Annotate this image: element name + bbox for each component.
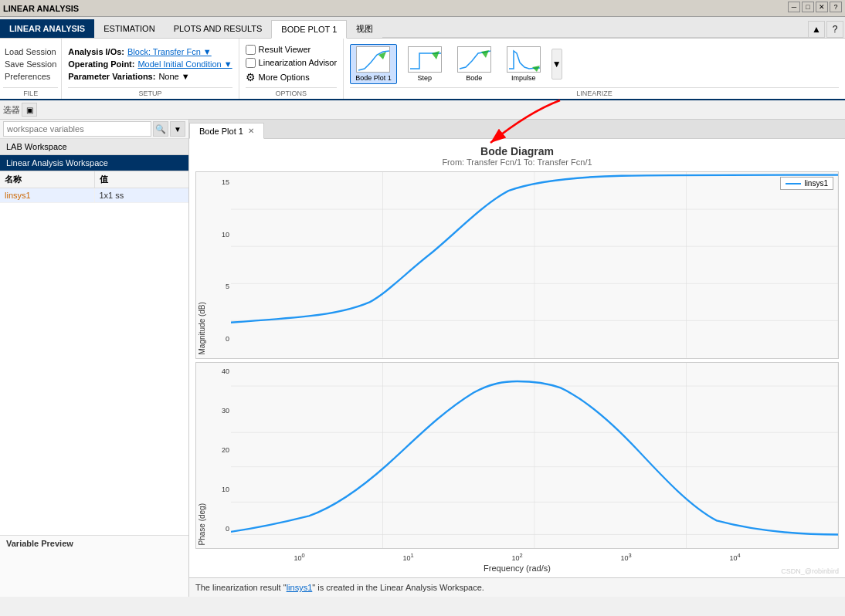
ribbon-tab-bar: LINEAR ANALYSIS ESTIMATION PLOTS AND RES… [0, 17, 845, 39]
linear-analysis-workspace-section[interactable]: Linear Analysis Workspace [0, 155, 188, 171]
bode-btn[interactable]: Bode [453, 45, 496, 83]
linearize-dropdown-btn[interactable]: ▼ [551, 49, 562, 80]
analysis-ios-row: Analysis I/Os: Block: Transfer Fcn ▼ [68, 47, 232, 56]
x-axis-ticks: 100 101 102 103 104 [195, 552, 839, 562]
file-group-label: FILE [3, 87, 58, 97]
ribbon-group-file: Load Session Save Session Preferences FI… [0, 39, 62, 99]
linearization-advisor-label: Linearization Advisor [259, 58, 338, 67]
linearization-advisor-checkbox-row[interactable]: Linearization Advisor [246, 58, 338, 68]
linsys1-link[interactable]: linsys1 [287, 583, 313, 592]
toggle-sidebar-btn[interactable]: ▣ [22, 103, 37, 117]
bode-plot-1-tab-close[interactable]: ✕ [248, 127, 254, 135]
setup-group-label: SETUP [68, 87, 232, 97]
svg-marker-2 [481, 50, 489, 58]
legend-label: linsys1 [804, 179, 828, 188]
bode-diagram-title: Bode Diagram [195, 145, 839, 157]
linearization-advisor-checkbox[interactable] [246, 58, 256, 68]
operating-point-value[interactable]: Model Initial Condition ▼ [137, 59, 232, 69]
save-session-btn[interactable]: Save Session [3, 59, 58, 69]
window-controls[interactable]: ─ □ ✕ ? [788, 2, 842, 12]
tab-bode-plot[interactable]: BODE PLOT 1 [271, 20, 347, 39]
sidebar-toolbar: 🔍 ▼ [0, 120, 188, 139]
tab-plots-results[interactable]: PLOTS AND RESULTS [165, 19, 272, 38]
row-name-cell: linsys1 [0, 188, 95, 202]
preferences-btn[interactable]: Preferences [3, 71, 58, 82]
step-btn[interactable]: Step [403, 45, 446, 83]
collapse-ribbon-btn[interactable]: ▲ [808, 21, 825, 38]
sidebar-menu-btn[interactable]: ▼ [170, 121, 185, 137]
magnitude-subplot: Magnitude (dB) 15 10 5 0 [195, 171, 839, 359]
help-btn[interactable]: ? [830, 2, 842, 12]
workspace-table-header: 名称 值 [0, 171, 188, 188]
more-options-btn[interactable]: ⚙ More Options [246, 71, 338, 83]
phase-subplot: Phase (deg) 40 30 20 10 0 [195, 362, 839, 550]
close-btn[interactable]: ✕ [816, 2, 828, 12]
operating-point-row: Operating Point: Model Initial Condition… [68, 59, 232, 69]
magnitude-y-label: Magnitude (dB) [196, 172, 208, 358]
main-layout: 🔍 ▼ LAB Workspace Linear Analysis Worksp… [0, 120, 845, 597]
row-value-cell: 1x1 ss [95, 188, 189, 202]
watermark: CSDN_@robinbird [781, 567, 839, 575]
search-icon-btn[interactable]: 🔍 [153, 121, 168, 137]
param-variations-label: Parameter Variations: [68, 72, 155, 81]
minimize-btn[interactable]: ─ [788, 2, 800, 12]
value-column-header: 值 [95, 171, 189, 188]
选器-label: 选器 [3, 104, 20, 116]
impulse-btn[interactable]: Impulse [502, 45, 545, 83]
workspace-table-body: linsys1 1x1 ss [0, 188, 188, 535]
ribbon-group-options: Result Viewer Linearization Advisor ⚙ Mo… [239, 39, 344, 99]
result-viewer-label: Result Viewer [259, 45, 311, 54]
app-toolbar: 选器 ▣ [0, 100, 845, 120]
help-ribbon-btn[interactable]: ? [826, 21, 843, 38]
options-group-label: OPTIONS [246, 87, 338, 97]
param-variations-value[interactable]: None ▼ [158, 72, 189, 81]
status-bar: The linearization result "linsys1" is cr… [189, 577, 845, 597]
bode-plot-1-tab[interactable]: Bode Plot 1 ✕ [189, 123, 264, 139]
sidebar: 🔍 ▼ LAB Workspace Linear Analysis Worksp… [0, 120, 189, 597]
lab-workspace-section[interactable]: LAB Workspace [0, 139, 188, 155]
workspace-search-input[interactable] [3, 121, 151, 137]
analysis-ios-label: Analysis I/Os: [68, 47, 124, 56]
tab-estimation[interactable]: ESTIMATION [94, 19, 164, 38]
result-viewer-checkbox-row[interactable]: Result Viewer [246, 45, 338, 55]
magnitude-legend: linsys1 [780, 177, 833, 190]
phase-y-label: Phase (deg) [196, 363, 208, 549]
operating-point-label: Operating Point: [68, 59, 134, 69]
load-session-btn[interactable]: Load Session [3, 46, 58, 57]
tab-view[interactable]: 视图 [347, 19, 382, 38]
svg-marker-1 [432, 51, 439, 59]
variable-preview-label: Variable Preview [6, 539, 182, 548]
bode-diagram-subtitle: From: Transfer Fcn/1 To: Transfer Fcn/1 [195, 157, 839, 167]
result-viewer-checkbox[interactable] [246, 45, 256, 55]
restore-btn[interactable]: □ [802, 2, 814, 12]
app-title: LINEAR ANALYSIS [3, 4, 79, 13]
ribbon-group-linearize: Bode Plot 1 Step [344, 39, 845, 99]
bode-plot-1-tab-label: Bode Plot 1 [199, 127, 243, 136]
ribbon-group-setup: Analysis I/Os: Block: Transfer Fcn ▼ Ope… [62, 39, 239, 99]
content-tab-bar: Bode Plot 1 ✕ [189, 120, 845, 139]
analysis-ios-value[interactable]: Block: Transfer Fcn ▼ [127, 47, 212, 56]
tab-linear-analysis[interactable]: LINEAR ANALYSIS [0, 19, 94, 38]
ribbon: Load Session Save Session Preferences FI… [0, 39, 845, 100]
table-row[interactable]: linsys1 1x1 ss [0, 188, 188, 203]
variable-preview-panel: Variable Preview [0, 535, 188, 597]
linearize-group-label: LINEARIZE [350, 87, 839, 97]
content-area: Bode Plot 1 ✕ Bode Diagram From: Transfe… [189, 120, 845, 597]
plot-area: Bode Diagram From: Transfer Fcn/1 To: Tr… [189, 139, 845, 577]
bode-plot-1-btn[interactable]: Bode Plot 1 [350, 44, 397, 84]
param-variations-row: Parameter Variations: None ▼ [68, 72, 232, 81]
x-axis-label: Frequency (rad/s) [195, 562, 839, 574]
name-column-header: 名称 [0, 171, 95, 188]
